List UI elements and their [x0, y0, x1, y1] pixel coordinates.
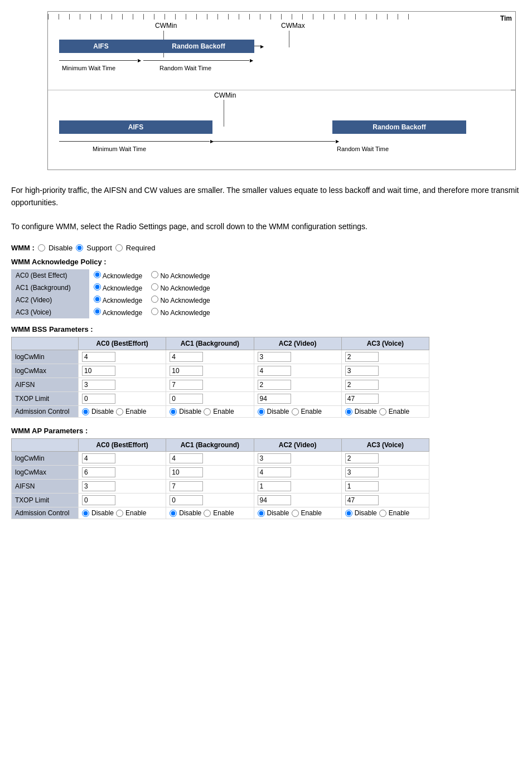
min-wait-label-btm: Minimum Wait Time — [93, 146, 146, 152]
cwmin-label-top: CWMin — [155, 22, 177, 30]
bss-admission-ac1-disable-radio[interactable] — [170, 408, 177, 415]
bss-txop-ac1[interactable] — [170, 394, 203, 404]
ac1-acknowledge-label: Acknowledge — [103, 284, 142, 292]
ap-admission-ac0-cell: Disable Enable — [82, 509, 162, 517]
bss-row-logcwmin: logCwMin — [12, 350, 429, 364]
ap-params-title: WMM AP Parameters : — [11, 427, 521, 435]
ap-logcwmin-ac2[interactable] — [258, 453, 291, 463]
bss-col-header-2: AC1 (Background) — [166, 337, 254, 350]
ap-aifsn-ac0[interactable] — [82, 481, 115, 491]
ap-logcwmin-ac0[interactable] — [82, 453, 115, 463]
ap-admission-ac3-enable-radio[interactable] — [379, 510, 386, 517]
ap-admission-ac2-enable-radio[interactable] — [292, 510, 299, 517]
ap-logcwmin-ac3[interactable] — [345, 453, 379, 463]
ac2-acknowledge-radio[interactable] — [94, 296, 101, 303]
bss-logcwmin-ac3[interactable] — [345, 352, 379, 362]
ack-row-ac2: AC2 (Video) Acknowledge No Acknowledge — [11, 294, 215, 306]
ac0-ack-radio-cell[interactable]: Acknowledge — [89, 269, 147, 282]
ap-admission-ac1-disable-radio[interactable] — [170, 510, 177, 517]
ap-aifsn-ac2[interactable] — [258, 481, 291, 491]
bss-aifsn-ac0[interactable] — [82, 380, 115, 390]
ap-aifsn-ac1[interactable] — [170, 481, 203, 491]
bss-admission-ac0-disable-radio[interactable] — [82, 408, 89, 415]
ac0-no-acknowledge-label: No Acknowledge — [160, 272, 210, 280]
wmm-support-radio[interactable] — [76, 244, 83, 251]
ac1-no-acknowledge-radio[interactable] — [151, 283, 158, 291]
ap-label-logcwmax: logCwMax — [12, 466, 79, 480]
ap-txop-ac2[interactable] — [258, 495, 291, 505]
ac1-acknowledge-radio[interactable] — [94, 283, 101, 291]
ap-txop-ac3[interactable] — [345, 495, 379, 505]
bss-params-table: AC0 (BestEffort) AC1 (Background) AC2 (V… — [11, 337, 429, 418]
bss-admission-ac0-disable-label: Disable — [91, 408, 114, 415]
ac3-acknowledge-radio[interactable] — [94, 308, 101, 315]
tim-label: Tim — [500, 14, 512, 22]
bss-admission-ac1-enable-radio[interactable] — [204, 408, 211, 415]
bss-logcwmin-ac1[interactable] — [170, 352, 203, 362]
bss-logcwmin-ac0[interactable] — [82, 352, 115, 362]
ap-logcwmax-ac2[interactable] — [258, 467, 291, 477]
ap-col-header-4: AC3 (Voice) — [341, 439, 429, 452]
bss-params-title: WMM BSS Parameters : — [11, 325, 521, 333]
ack-row-ac3: AC3 (Voice) Acknowledge No Acknowledge — [11, 306, 215, 318]
ac0-no-acknowledge-radio[interactable] — [151, 271, 158, 278]
ac2-name: AC2 (Video) — [11, 294, 89, 306]
bss-label-aifsn: AIFSN — [12, 378, 79, 392]
ac3-no-acknowledge-radio[interactable] — [151, 308, 158, 315]
ap-logcwmax-ac0[interactable] — [82, 467, 115, 477]
ap-txop-ac1[interactable] — [170, 495, 203, 505]
ap-params-table: AC0 (BestEffort) AC1 (Background) AC2 (V… — [11, 438, 429, 519]
ap-col-header-3: AC2 (Video) — [254, 439, 341, 452]
bss-logcwmax-ac3[interactable] — [345, 366, 379, 376]
bss-aifsn-ac1[interactable] — [170, 380, 203, 390]
bss-aifsn-ac3[interactable] — [345, 380, 379, 390]
ap-admission-ac2-disable-radio[interactable] — [258, 510, 265, 517]
bss-label-admission: Admission Control — [12, 406, 79, 418]
bss-txop-ac2[interactable] — [258, 394, 291, 404]
paragraph-2: To configure WMM, select the Radio Setti… — [11, 220, 521, 233]
ac0-noack-radio-cell[interactable]: No Acknowledge — [147, 269, 215, 282]
bss-admission-ac3-cell: Disable Enable — [345, 408, 425, 415]
bss-row-logcwmax: logCwMax — [12, 364, 429, 378]
wmm-required-radio[interactable] — [115, 244, 123, 251]
bss-admission-ac0-enable-radio[interactable] — [116, 408, 123, 415]
bss-row-aifsn: AIFSN — [12, 378, 429, 392]
ap-logcwmax-ac1[interactable] — [170, 467, 203, 477]
ap-admission-ac1-enable-radio[interactable] — [204, 510, 211, 517]
bss-logcwmax-ac2[interactable] — [258, 366, 291, 376]
ap-admission-ac0-enable-radio[interactable] — [116, 510, 123, 517]
ap-admission-ac3-disable-radio[interactable] — [345, 510, 352, 517]
bss-logcwmin-ac2[interactable] — [258, 352, 291, 362]
ap-logcwmin-ac1[interactable] — [170, 453, 203, 463]
cwmax-label-top: CWMax — [281, 22, 305, 30]
ap-admission-ac0-disable-radio[interactable] — [82, 510, 89, 517]
bss-row-admission: Admission Control Disable Enable Disable — [12, 406, 429, 418]
ap-txop-ac0[interactable] — [82, 495, 115, 505]
ap-aifsn-ac3[interactable] — [345, 481, 379, 491]
bss-admission-ac3-disable-radio[interactable] — [345, 408, 352, 415]
cwmin-label-btm: CWMin — [214, 91, 236, 99]
aifs-bar-top: AIFS — [59, 40, 143, 53]
bss-logcwmax-ac1[interactable] — [170, 366, 203, 376]
bss-admission-ac2-disable-radio[interactable] — [258, 408, 265, 415]
bss-logcwmax-ac0[interactable] — [82, 366, 115, 376]
ac2-no-acknowledge-radio[interactable] — [151, 296, 158, 303]
random-backoff-bar-btm: Random Backoff — [332, 120, 466, 134]
ac0-name: AC0 (Best Effect) — [11, 269, 89, 282]
wmm-disable-radio[interactable] — [38, 244, 45, 251]
bss-aifsn-ac2[interactable] — [258, 380, 291, 390]
bss-txop-ac3[interactable] — [345, 394, 379, 404]
bss-admission-ac0-enable-label: Enable — [125, 408, 146, 415]
ac0-acknowledge-label: Acknowledge — [103, 272, 142, 280]
bss-admission-ac3-enable-radio[interactable] — [379, 408, 386, 415]
ap-row-logcwmax: logCwMax — [12, 466, 429, 480]
ac0-acknowledge-radio[interactable] — [94, 271, 101, 278]
aifs-bar-btm: AIFS — [59, 120, 212, 134]
ap-logcwmax-ac3[interactable] — [345, 467, 379, 477]
ac3-no-acknowledge-label: No Acknowledge — [160, 309, 210, 317]
wmm-required-label: Required — [126, 244, 156, 252]
bss-admission-ac2-enable-radio[interactable] — [292, 408, 299, 415]
wmm-disable-label: Disable — [49, 244, 72, 252]
bss-txop-ac0[interactable] — [82, 394, 115, 404]
ack-row-ac0: AC0 (Best Effect) Acknowledge No Acknowl… — [11, 269, 215, 282]
